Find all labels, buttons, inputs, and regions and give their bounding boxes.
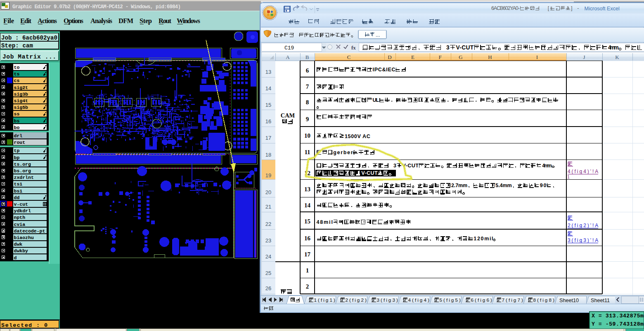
svg-text:13: 13 bbox=[304, 186, 310, 192]
svg-text:fx: fx bbox=[351, 45, 356, 51]
svg-text:Microsoft Excel: Microsoft Excel bbox=[585, 6, 620, 12]
svg-text:14: 14 bbox=[265, 85, 271, 92]
svg-text:...: ... bbox=[376, 32, 380, 38]
svg-text:datecode-pt: datecode-pt bbox=[14, 228, 45, 234]
svg-text:16: 16 bbox=[304, 235, 311, 242]
svg-text:Job : 6acb602ya0: Job : 6acb602ya0 bbox=[1, 35, 57, 41]
svg-text:15: 15 bbox=[265, 102, 271, 108]
svg-text:19: 19 bbox=[265, 172, 271, 178]
svg-text:17: 17 bbox=[304, 251, 311, 258]
svg-text:dwk: dwk bbox=[14, 242, 23, 247]
svg-text:2.7mm: 2.7mm bbox=[451, 183, 467, 188]
svg-text:-: - bbox=[577, 5, 579, 11]
svg-text:22: 22 bbox=[265, 221, 271, 227]
svg-text:5.4mm: 5.4mm bbox=[495, 183, 511, 188]
svg-text:Sheet11: Sheet11 bbox=[591, 298, 610, 303]
svg-text:sig5b: sig5b bbox=[14, 105, 28, 110]
svg-text:Step: cam: Step: cam bbox=[1, 42, 33, 49]
svg-text:8: 8 bbox=[306, 99, 309, 106]
svg-text:DFM: DFM bbox=[118, 17, 133, 25]
svg-text:18: 18 bbox=[265, 152, 271, 158]
svg-text:rout: rout bbox=[14, 140, 26, 145]
svg-text:6: 6 bbox=[306, 67, 309, 74]
svg-text:ts: ts bbox=[14, 71, 20, 77]
svg-text:dd: dd bbox=[14, 195, 20, 200]
svg-text:9: 9 bbox=[306, 116, 309, 122]
svg-text:25: 25 bbox=[265, 270, 271, 276]
svg-text:cs: cs bbox=[14, 78, 20, 83]
svg-text:Selected : 0: Selected : 0 bbox=[1, 322, 47, 329]
svg-text:E: E bbox=[411, 54, 414, 60]
svg-text:C19: C19 bbox=[284, 45, 294, 51]
svg-text:K: K bbox=[615, 54, 619, 60]
svg-text:1: 1 bbox=[306, 267, 309, 274]
svg-text:6ACB602YA0-: 6ACB602YA0- bbox=[491, 5, 520, 11]
svg-text:bp: bp bbox=[14, 155, 20, 160]
svg-text:1500V AC: 1500V AC bbox=[345, 134, 370, 139]
svg-text:16: 16 bbox=[265, 118, 271, 124]
svg-text:14: 14 bbox=[304, 202, 311, 209]
svg-text:bs.org: bs.org bbox=[14, 168, 31, 174]
svg-text:17: 17 bbox=[265, 135, 271, 141]
svg-text:C: C bbox=[347, 54, 351, 60]
svg-text:24: 24 bbox=[265, 254, 271, 260]
svg-text:21: 21 bbox=[265, 204, 271, 210]
svg-text:13: 13 bbox=[265, 69, 271, 75]
svg-text:7: 7 bbox=[306, 83, 309, 90]
svg-text:4mm: 4mm bbox=[542, 163, 552, 169]
svg-text:Sheet10: Sheet10 bbox=[559, 298, 579, 303]
svg-text:bs: bs bbox=[14, 118, 20, 124]
svg-text:2: 2 bbox=[306, 283, 309, 290]
svg-text:G: G bbox=[459, 54, 462, 60]
svg-text:Job Matrix ...: Job Matrix ... bbox=[2, 54, 56, 60]
svg-text:H: H bbox=[488, 54, 492, 60]
svg-text:bo: bo bbox=[14, 125, 20, 130]
svg-text:15: 15 bbox=[304, 218, 310, 225]
svg-text:gerber: gerber bbox=[333, 150, 353, 155]
svg-text:Analysis: Analysis bbox=[90, 17, 113, 25]
svg-text:sig2t: sig2t bbox=[14, 85, 28, 90]
svg-text:26: 26 bbox=[265, 285, 271, 291]
svg-text:J: J bbox=[583, 54, 585, 60]
svg-text:UL: UL bbox=[373, 97, 379, 103]
svg-text:d: d bbox=[14, 255, 17, 261]
svg-text:20: 20 bbox=[265, 189, 271, 195]
svg-text:Graphic Editor 9.07b2 (00@HY-H: Graphic Editor 9.07b2 (00@HY-HYCAM-PC412… bbox=[12, 4, 181, 10]
svg-text:ts1: ts1 bbox=[14, 181, 23, 187]
svg-text:D: D bbox=[388, 54, 391, 60]
svg-text:X = 313.342875m: X = 313.342875m bbox=[592, 313, 644, 319]
svg-text:23: 23 bbox=[265, 237, 271, 244]
svg-text:Actions: Actions bbox=[38, 17, 57, 25]
svg-text:A: A bbox=[286, 54, 290, 60]
svg-text:3: 3 bbox=[446, 45, 450, 51]
svg-text:to: to bbox=[14, 65, 20, 70]
svg-text:File: File bbox=[3, 17, 14, 25]
svg-text:10: 10 bbox=[304, 132, 310, 139]
svg-text:4mm: 4mm bbox=[608, 45, 619, 51]
svg-text:dwkby: dwkby bbox=[14, 248, 28, 254]
svg-text:cvia: cvia bbox=[14, 222, 26, 227]
svg-text:sig3b: sig3b bbox=[14, 92, 28, 97]
svg-text:B: B bbox=[305, 54, 309, 60]
svg-text:IPC&IEC: IPC&IEC bbox=[373, 67, 395, 73]
svg-text:]: ] bbox=[571, 5, 572, 11]
svg-text:ts.org: ts.org bbox=[14, 162, 31, 167]
svg-text:Rout: Rout bbox=[159, 17, 172, 25]
svg-text:48mil: 48mil bbox=[317, 219, 333, 225]
svg-text:ss: ss bbox=[14, 111, 20, 117]
svg-text:npth: npth bbox=[14, 215, 26, 220]
svg-text:1: 1 bbox=[567, 174, 570, 179]
svg-text:V-CUT: V-CUT bbox=[456, 45, 474, 51]
svg-text:Step: Step bbox=[140, 17, 152, 25]
svg-text:sig4t: sig4t bbox=[14, 98, 28, 103]
svg-text:I: I bbox=[536, 54, 538, 60]
svg-text:ydkdrl: ydkdrl bbox=[14, 208, 31, 214]
svg-text:Options: Options bbox=[64, 17, 84, 25]
svg-text:Y = -59.743128m: Y = -59.743128m bbox=[592, 321, 644, 327]
svg-text:3: 3 bbox=[393, 163, 396, 169]
svg-text:Edit: Edit bbox=[20, 17, 32, 25]
svg-text:zxdrlnt: zxdrlnt bbox=[14, 175, 34, 180]
svg-text:Windows: Windows bbox=[177, 17, 201, 25]
svg-text:drl: drl bbox=[14, 133, 23, 139]
svg-text:CAM: CAM bbox=[281, 112, 295, 119]
